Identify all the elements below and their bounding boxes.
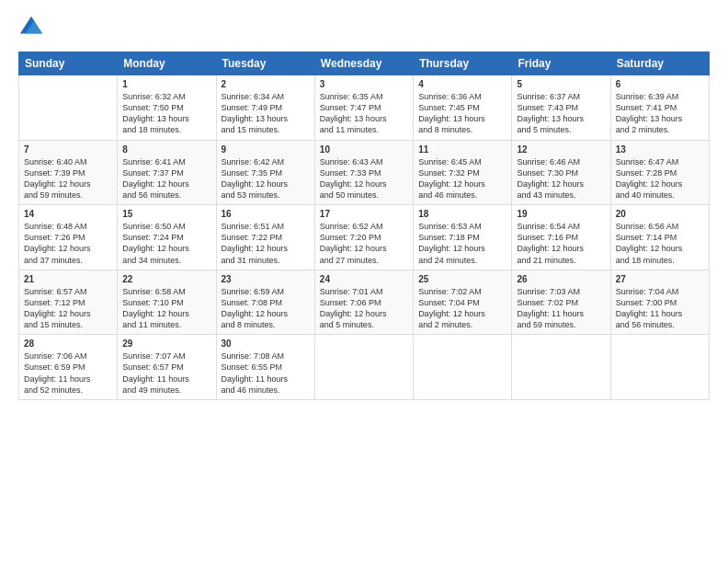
weekday-sunday: Sunday bbox=[19, 52, 118, 75]
weekday-monday: Monday bbox=[118, 52, 216, 75]
day-number: 4 bbox=[418, 79, 506, 89]
calendar-cell: 9Sunrise: 6:42 AMSunset: 7:35 PMDaylight… bbox=[216, 140, 314, 205]
calendar-cell: 4Sunrise: 6:36 AMSunset: 7:45 PMDaylight… bbox=[414, 75, 512, 141]
calendar-cell bbox=[610, 335, 709, 400]
day-info: Sunrise: 6:40 AMSunset: 7:39 PMDaylight:… bbox=[24, 156, 112, 201]
calendar-week-5: 28Sunrise: 7:06 AMSunset: 6:59 PMDayligh… bbox=[19, 335, 710, 400]
day-number: 13 bbox=[616, 144, 704, 155]
day-number: 20 bbox=[616, 209, 704, 219]
day-info: Sunrise: 6:48 AMSunset: 7:26 PMDaylight:… bbox=[24, 221, 112, 266]
weekday-friday: Friday bbox=[512, 52, 610, 75]
day-info: Sunrise: 7:04 AMSunset: 7:00 PMDaylight:… bbox=[616, 286, 704, 331]
day-info: Sunrise: 6:37 AMSunset: 7:43 PMDaylight:… bbox=[517, 91, 605, 136]
day-number: 15 bbox=[122, 209, 210, 219]
calendar-cell: 26Sunrise: 7:03 AMSunset: 7:02 PMDayligh… bbox=[512, 270, 610, 335]
calendar-cell: 24Sunrise: 7:01 AMSunset: 7:06 PMDayligh… bbox=[314, 270, 413, 335]
day-info: Sunrise: 6:52 AMSunset: 7:20 PMDaylight:… bbox=[320, 221, 408, 266]
calendar-cell: 15Sunrise: 6:50 AMSunset: 7:24 PMDayligh… bbox=[118, 205, 216, 270]
day-number: 3 bbox=[320, 79, 408, 89]
day-number: 8 bbox=[122, 144, 210, 155]
calendar-week-3: 14Sunrise: 6:48 AMSunset: 7:26 PMDayligh… bbox=[19, 205, 710, 270]
day-info: Sunrise: 6:51 AMSunset: 7:22 PMDaylight:… bbox=[222, 221, 310, 266]
calendar: SundayMondayTuesdayWednesdayThursdayFrid… bbox=[18, 52, 710, 400]
day-number: 26 bbox=[517, 274, 605, 284]
day-info: Sunrise: 6:32 AMSunset: 7:50 PMDaylight:… bbox=[122, 91, 210, 136]
weekday-header-row: SundayMondayTuesdayWednesdayThursdayFrid… bbox=[19, 52, 710, 75]
calendar-cell: 27Sunrise: 7:04 AMSunset: 7:00 PMDayligh… bbox=[610, 270, 709, 335]
calendar-cell: 10Sunrise: 6:43 AMSunset: 7:33 PMDayligh… bbox=[314, 140, 413, 205]
header bbox=[18, 15, 710, 40]
calendar-cell: 25Sunrise: 7:02 AMSunset: 7:04 PMDayligh… bbox=[414, 270, 512, 335]
day-number: 21 bbox=[24, 274, 112, 284]
calendar-cell: 23Sunrise: 6:59 AMSunset: 7:08 PMDayligh… bbox=[216, 270, 314, 335]
day-info: Sunrise: 6:57 AMSunset: 7:12 PMDaylight:… bbox=[24, 286, 112, 331]
day-info: Sunrise: 6:34 AMSunset: 7:49 PMDaylight:… bbox=[222, 91, 310, 136]
day-info: Sunrise: 7:03 AMSunset: 7:02 PMDaylight:… bbox=[517, 286, 605, 331]
logo bbox=[18, 15, 48, 40]
calendar-week-2: 7Sunrise: 6:40 AMSunset: 7:39 PMDaylight… bbox=[19, 140, 710, 205]
calendar-cell bbox=[314, 335, 413, 400]
day-number: 28 bbox=[24, 339, 112, 349]
day-info: Sunrise: 6:39 AMSunset: 7:41 PMDaylight:… bbox=[616, 91, 704, 136]
day-number: 6 bbox=[616, 79, 704, 89]
calendar-cell: 14Sunrise: 6:48 AMSunset: 7:26 PMDayligh… bbox=[19, 205, 118, 270]
calendar-week-1: 1Sunrise: 6:32 AMSunset: 7:50 PMDaylight… bbox=[19, 75, 710, 141]
calendar-cell: 12Sunrise: 6:46 AMSunset: 7:30 PMDayligh… bbox=[512, 140, 610, 205]
day-info: Sunrise: 6:41 AMSunset: 7:37 PMDaylight:… bbox=[122, 156, 210, 201]
day-number: 9 bbox=[222, 144, 310, 155]
day-info: Sunrise: 6:35 AMSunset: 7:47 PMDaylight:… bbox=[320, 91, 408, 136]
calendar-cell bbox=[414, 335, 512, 400]
calendar-cell: 19Sunrise: 6:54 AMSunset: 7:16 PMDayligh… bbox=[512, 205, 610, 270]
day-info: Sunrise: 6:46 AMSunset: 7:30 PMDaylight:… bbox=[517, 156, 605, 201]
day-info: Sunrise: 7:02 AMSunset: 7:04 PMDaylight:… bbox=[418, 286, 506, 331]
day-number: 25 bbox=[418, 274, 506, 284]
calendar-cell: 16Sunrise: 6:51 AMSunset: 7:22 PMDayligh… bbox=[216, 205, 314, 270]
day-number: 7 bbox=[24, 144, 112, 155]
day-info: Sunrise: 6:43 AMSunset: 7:33 PMDaylight:… bbox=[320, 156, 408, 201]
day-number: 17 bbox=[320, 209, 408, 219]
logo-icon bbox=[18, 15, 44, 40]
calendar-cell: 2Sunrise: 6:34 AMSunset: 7:49 PMDaylight… bbox=[216, 75, 314, 141]
day-info: Sunrise: 6:50 AMSunset: 7:24 PMDaylight:… bbox=[122, 221, 210, 266]
day-info: Sunrise: 6:59 AMSunset: 7:08 PMDaylight:… bbox=[222, 286, 310, 331]
day-number: 12 bbox=[517, 144, 605, 155]
day-info: Sunrise: 6:47 AMSunset: 7:28 PMDaylight:… bbox=[616, 156, 704, 201]
day-number: 23 bbox=[222, 274, 310, 284]
day-info: Sunrise: 6:36 AMSunset: 7:45 PMDaylight:… bbox=[418, 91, 506, 136]
calendar-cell: 30Sunrise: 7:08 AMSunset: 6:55 PMDayligh… bbox=[216, 335, 314, 400]
day-number: 14 bbox=[24, 209, 112, 219]
day-number: 2 bbox=[222, 79, 310, 89]
day-number: 27 bbox=[616, 274, 704, 284]
day-number: 22 bbox=[122, 274, 210, 284]
calendar-cell: 29Sunrise: 7:07 AMSunset: 6:57 PMDayligh… bbox=[118, 335, 216, 400]
weekday-tuesday: Tuesday bbox=[216, 52, 314, 75]
day-number: 11 bbox=[418, 144, 506, 155]
calendar-cell bbox=[512, 335, 610, 400]
weekday-saturday: Saturday bbox=[610, 52, 709, 75]
day-info: Sunrise: 6:42 AMSunset: 7:35 PMDaylight:… bbox=[222, 156, 310, 201]
day-number: 1 bbox=[122, 79, 210, 89]
calendar-cell: 28Sunrise: 7:06 AMSunset: 6:59 PMDayligh… bbox=[19, 335, 118, 400]
calendar-cell bbox=[19, 75, 118, 141]
day-info: Sunrise: 6:56 AMSunset: 7:14 PMDaylight:… bbox=[616, 221, 704, 266]
calendar-cell: 7Sunrise: 6:40 AMSunset: 7:39 PMDaylight… bbox=[19, 140, 118, 205]
day-number: 10 bbox=[320, 144, 408, 155]
calendar-cell: 6Sunrise: 6:39 AMSunset: 7:41 PMDaylight… bbox=[610, 75, 709, 141]
calendar-cell: 1Sunrise: 6:32 AMSunset: 7:50 PMDaylight… bbox=[118, 75, 216, 141]
day-info: Sunrise: 6:58 AMSunset: 7:10 PMDaylight:… bbox=[122, 286, 210, 331]
calendar-cell: 5Sunrise: 6:37 AMSunset: 7:43 PMDaylight… bbox=[512, 75, 610, 141]
calendar-cell: 20Sunrise: 6:56 AMSunset: 7:14 PMDayligh… bbox=[610, 205, 709, 270]
day-number: 16 bbox=[222, 209, 310, 219]
calendar-cell: 18Sunrise: 6:53 AMSunset: 7:18 PMDayligh… bbox=[414, 205, 512, 270]
day-info: Sunrise: 7:07 AMSunset: 6:57 PMDaylight:… bbox=[122, 350, 210, 396]
calendar-cell: 17Sunrise: 6:52 AMSunset: 7:20 PMDayligh… bbox=[314, 205, 413, 270]
day-info: Sunrise: 7:06 AMSunset: 6:59 PMDaylight:… bbox=[24, 350, 112, 396]
calendar-cell: 22Sunrise: 6:58 AMSunset: 7:10 PMDayligh… bbox=[118, 270, 216, 335]
day-info: Sunrise: 6:45 AMSunset: 7:32 PMDaylight:… bbox=[418, 156, 506, 201]
day-number: 30 bbox=[222, 339, 310, 349]
day-info: Sunrise: 7:01 AMSunset: 7:06 PMDaylight:… bbox=[320, 286, 408, 331]
page: SundayMondayTuesdayWednesdayThursdayFrid… bbox=[0, 0, 728, 563]
calendar-week-4: 21Sunrise: 6:57 AMSunset: 7:12 PMDayligh… bbox=[19, 270, 710, 335]
calendar-cell: 11Sunrise: 6:45 AMSunset: 7:32 PMDayligh… bbox=[414, 140, 512, 205]
day-number: 19 bbox=[517, 209, 605, 219]
